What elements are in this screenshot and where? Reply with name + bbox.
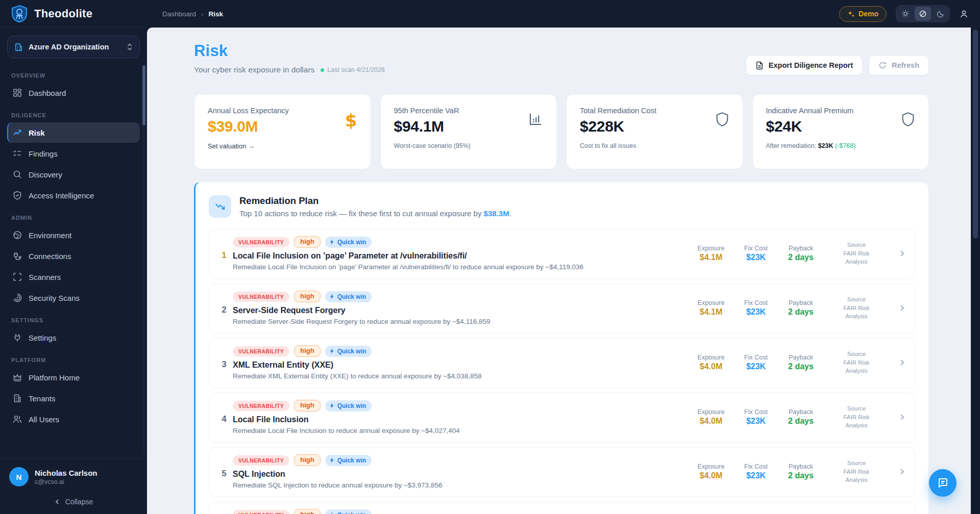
chevron-right-icon[interactable] [898, 468, 905, 475]
profile-button[interactable] [959, 9, 969, 19]
sidebar-item-security-scans[interactable]: Security Scans [7, 288, 140, 308]
collapse-button[interactable]: Collapse [54, 498, 93, 506]
remediation-row[interactable]: 3 VULNERABILITY high Quick win [209, 338, 915, 388]
rank-number: 2 [215, 292, 233, 315]
export-report-button[interactable]: Export Diligence Report [746, 55, 863, 75]
dollar-icon: $ [345, 112, 357, 129]
sidebar-scrollbar[interactable] [142, 65, 145, 454]
remediation-row[interactable]: 4 VULNERABILITY high Quick win [209, 393, 915, 443]
bar-chart-icon [528, 112, 543, 127]
theme-light-button[interactable] [897, 7, 914, 21]
exposure-label: Exposure [695, 354, 727, 361]
sidebar-item-label: Settings [29, 333, 56, 342]
exposure-label: Exposure [695, 245, 727, 252]
chat-button[interactable] [929, 469, 957, 497]
sparkles-icon [847, 10, 855, 18]
shield-check-icon [12, 190, 22, 200]
theme-toggle [896, 5, 950, 22]
severity-badge: high [294, 291, 320, 302]
user-email: c@vcso.ai [35, 478, 97, 485]
sidebar-item-findings[interactable]: Findings [7, 143, 140, 164]
collapse-label: Collapse [65, 498, 93, 506]
window-scrollbar[interactable] [971, 28, 980, 514]
section-label-admin: ADMIN [11, 215, 136, 221]
sidebar-item-settings[interactable]: Settings [7, 327, 140, 348]
sidebar-item-connections[interactable]: Connections [7, 246, 140, 266]
topbar-actions: Demo [839, 5, 969, 22]
window-scrollbar-thumb[interactable] [973, 30, 978, 239]
building-icon [14, 42, 23, 52]
sidebar-item-scanners[interactable]: Scanners [7, 267, 140, 287]
stat-card-indicative-annual-premium: Indicative Annual Premium $24K After rem… [752, 94, 929, 169]
row-metrics: Exposure $4.1M Fix Cost $23K Payback 2 d… [695, 241, 905, 266]
theme-dark-button[interactable] [932, 7, 948, 21]
sidebar-item-access-intelligence[interactable]: Access Intelligence [7, 185, 140, 205]
set-valuation-link[interactable]: Set valuation → [208, 142, 255, 150]
brand-header: Theodolite [0, 0, 147, 28]
breadcrumb-dashboard[interactable]: Dashboard [162, 10, 196, 18]
fix-cost-value: $23K [740, 362, 772, 371]
sidebar-item-all-users[interactable]: All Users [7, 409, 140, 429]
stat-card-95th-percentile-var: 95th Percentile VaR $94.1M Worst-case sc… [380, 94, 557, 169]
payback-value: 2 days [785, 307, 817, 317]
section-label-platform: PLATFORM [11, 357, 136, 363]
last-scan-text: Last scan 4/21/2026 [327, 66, 385, 73]
brand-name: Theodolite [34, 7, 92, 20]
sidebar-item-tenants[interactable]: Tenants [7, 388, 140, 408]
remediation-row[interactable]: 1 VULNERABILITY high Quick win [209, 229, 915, 279]
chevron-right-icon[interactable] [898, 359, 905, 366]
stat-value: $39.0M [208, 118, 357, 135]
fix-cost-label: Fix Cost [740, 245, 772, 252]
payback-value: 2 days [785, 362, 817, 371]
payback-value: 2 days [785, 471, 817, 480]
finding-title: Local File Inclusion [233, 415, 687, 424]
refresh-label: Refresh [892, 61, 919, 69]
chevron-right-icon[interactable] [898, 304, 905, 312]
source-text: SourceFAIR RiskAnalysis [830, 404, 883, 430]
power-plug-icon [12, 332, 22, 343]
remediation-row[interactable]: 2 VULNERABILITY high Quick win [209, 284, 915, 333]
fix-cost-label: Fix Cost [740, 463, 772, 470]
exposure-value: $4.0M [695, 362, 727, 371]
remediation-subtitle: Top 10 actions to reduce risk — fix thes… [239, 209, 511, 218]
sidebar-item-label: Scanners [29, 273, 61, 281]
sidebar-item-discovery[interactable]: Discovery [7, 164, 140, 185]
stat-label: Total Remediation Cost [580, 107, 729, 115]
user-profile[interactable]: N Nicholas Carlson c@vcso.ai [9, 467, 138, 486]
finding-title: SQL Injection [233, 470, 687, 479]
stat-card-annual-loss-expectancy: Annual Loss Expectancy $39.0M Set valuat… [194, 94, 371, 169]
sidebar-item-platform-home[interactable]: Platform Home [7, 367, 140, 388]
rank-number: 5 [215, 455, 233, 479]
refresh-button[interactable]: Refresh [869, 55, 929, 75]
crown-icon [12, 372, 22, 382]
vulnerability-badge: VULNERABILITY [233, 346, 289, 356]
severity-badge: high [294, 454, 320, 466]
finding-title: XML External Entity (XXE) [233, 361, 687, 370]
payback-label: Payback [785, 245, 817, 252]
source-text: SourceFAIR RiskAnalysis [830, 350, 883, 375]
chevron-right-icon[interactable] [898, 250, 905, 257]
sidebar-item-dashboard[interactable]: Dashboard [7, 83, 140, 103]
chevron-right-icon[interactable] [898, 414, 905, 421]
finding-description: Remediate Local File Inclusion to reduce… [233, 427, 687, 434]
remediation-row[interactable]: 5 VULNERABILITY high Quick win [209, 447, 915, 497]
remediation-plan-card: Remediation Plan Top 10 actions to reduc… [194, 182, 929, 514]
demo-badge[interactable]: Demo [839, 6, 887, 22]
grid-icon [12, 88, 22, 98]
sidebar-item-environment[interactable]: Environment [7, 225, 140, 245]
theme-system-button[interactable] [915, 7, 931, 21]
org-selector[interactable]: Azure AD Organization [7, 36, 140, 58]
stat-sub: Cost to fix all issues [580, 142, 729, 149]
finding-title: Server-Side Request Forgery [233, 306, 687, 315]
stat-sub: Worst-case scenario (95%) [394, 142, 544, 149]
remediation-row[interactable]: 6 VULNERABILITY high Quick win [209, 502, 915, 514]
trend-up-icon [12, 127, 22, 138]
sidebar-scrollbar-thumb[interactable] [142, 65, 145, 125]
sidebar-footer: N Nicholas Carlson c@vcso.ai Collapse [0, 458, 147, 514]
source-text: SourceFAIR RiskAnalysis [830, 241, 883, 266]
row-metrics: Exposure $4.0M Fix Cost $23K Payback 2 d… [695, 459, 905, 484]
sidebar-item-risk[interactable]: Risk [7, 122, 140, 143]
avatar: N [9, 467, 29, 486]
sidebar-item-label: Dashboard [29, 89, 66, 97]
payback-value: 2 days [785, 253, 817, 262]
